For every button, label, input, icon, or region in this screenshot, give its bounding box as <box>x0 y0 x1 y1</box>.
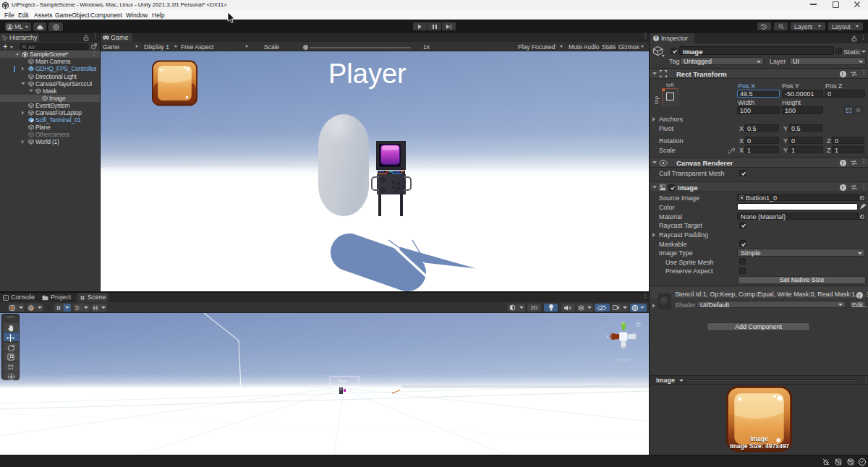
svg-text:Player: Player <box>338 380 347 383</box>
svg-text:x: x <box>606 334 609 339</box>
